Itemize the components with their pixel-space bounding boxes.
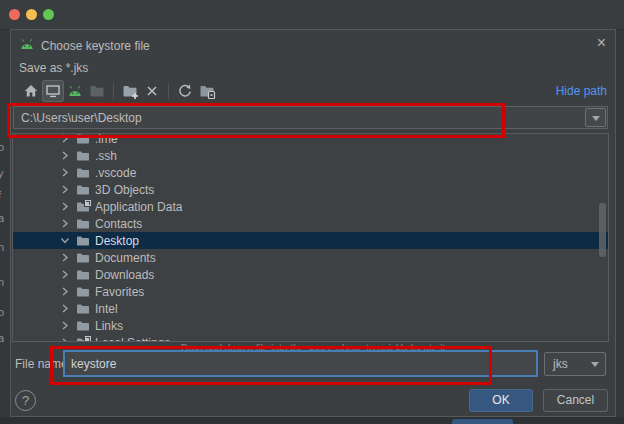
dialog-header: Choose keystore file × xyxy=(11,30,615,56)
behind-ok-button: OK xyxy=(452,419,513,424)
folder-icon xyxy=(76,252,90,264)
behind-text-fragment: n xyxy=(0,276,4,288)
chevron-collapsed-icon[interactable] xyxy=(60,253,70,263)
tree-item-label: .vscode xyxy=(95,166,136,180)
chevron-collapsed-icon[interactable] xyxy=(60,202,70,212)
chevron-collapsed-icon[interactable] xyxy=(60,168,70,178)
tree-item-label: Contacts xyxy=(95,217,142,231)
file-tree-rows: .ime.ssh.vscode3D ObjectsApplication Dat… xyxy=(13,133,608,342)
close-icon[interactable]: × xyxy=(597,35,606,51)
refresh-icon[interactable] xyxy=(174,80,196,102)
vertical-scrollbar-thumb[interactable] xyxy=(599,203,606,257)
cancel-button[interactable]: Cancel xyxy=(543,389,608,412)
tree-item-3d-objects[interactable]: 3D Objects xyxy=(13,181,608,198)
chevron-collapsed-icon[interactable] xyxy=(60,321,70,331)
desktop-icon[interactable] xyxy=(42,80,64,102)
minimize-traffic-light[interactable] xyxy=(26,9,37,20)
android-sdk-icon[interactable] xyxy=(64,80,86,102)
tree-item-documents[interactable]: Documents xyxy=(13,249,608,266)
tree-item--ime[interactable]: .ime xyxy=(13,133,608,147)
folder-icon xyxy=(76,269,90,281)
tree-item--ssh[interactable]: .ssh xyxy=(13,147,608,164)
folder-icon xyxy=(76,337,90,343)
android-logo-icon xyxy=(19,37,35,55)
choose-keystore-dialog: Choose keystore file × Save as *.jks xyxy=(10,29,616,417)
folder-icon xyxy=(76,286,90,298)
chevron-collapsed-icon[interactable] xyxy=(60,185,70,195)
tree-item-intel[interactable]: Intel xyxy=(13,300,608,317)
file-name-input[interactable] xyxy=(63,350,538,377)
chevron-expanded-icon[interactable] xyxy=(60,236,70,246)
tree-item-label: Links xyxy=(95,319,123,333)
hide-path-link[interactable]: Hide path xyxy=(556,84,607,98)
delete-icon[interactable] xyxy=(141,80,163,102)
tree-item-label: .ime xyxy=(95,133,118,146)
show-hidden-files-icon[interactable] xyxy=(196,80,218,102)
close-traffic-light[interactable] xyxy=(9,9,20,20)
tree-item-favorites[interactable]: Favorites xyxy=(13,283,608,300)
folder-icon xyxy=(76,133,90,145)
tree-item-application-data[interactable]: Application Data xyxy=(13,198,608,215)
folder-icon xyxy=(76,303,90,315)
tree-item-downloads[interactable]: Downloads xyxy=(13,266,608,283)
macos-titlebar xyxy=(0,0,624,30)
behind-cancel-button: Cancel xyxy=(543,419,593,424)
module-folder-icon xyxy=(86,80,108,102)
path-dropdown-button[interactable] xyxy=(585,108,606,127)
file-chooser-toolbar xyxy=(20,79,218,103)
tree-item-label: Application Data xyxy=(95,200,182,214)
path-value[interactable]: C:\Users\user\Desktop xyxy=(21,111,142,125)
zoom-traffic-light[interactable] xyxy=(43,9,54,20)
new-folder-icon[interactable] xyxy=(119,80,141,102)
tree-item-desktop[interactable]: Desktop xyxy=(13,232,608,249)
toolbar-separator xyxy=(168,83,169,99)
tree-item-label: .ssh xyxy=(95,149,117,163)
folder-icon xyxy=(76,201,90,213)
file-type-combobox[interactable]: jks xyxy=(544,352,606,376)
screenshot-root: { "window": { "traffic_lights": ["close"… xyxy=(0,0,624,424)
tree-item-label: Downloads xyxy=(95,268,154,282)
tree-item-links[interactable]: Links xyxy=(13,317,608,334)
chevron-down-icon xyxy=(592,116,600,121)
chevron-collapsed-icon[interactable] xyxy=(60,134,70,144)
chevron-collapsed-icon[interactable] xyxy=(60,287,70,297)
folder-icon xyxy=(76,218,90,230)
dialog-title: Choose keystore file xyxy=(41,39,150,53)
behind-text-fragment: y xyxy=(0,167,4,179)
tree-item-label: Documents xyxy=(95,251,156,265)
behind-window-left-edge: oyfannoa xyxy=(0,130,9,345)
tree-item-contacts[interactable]: Contacts xyxy=(13,215,608,232)
tree-item-label: Favorites xyxy=(95,285,144,299)
chevron-collapsed-icon[interactable] xyxy=(60,151,70,161)
file-type-value: jks xyxy=(553,357,568,371)
junction-badge-icon xyxy=(84,335,92,343)
chevron-collapsed-icon[interactable] xyxy=(60,304,70,314)
toolbar-separator xyxy=(113,83,114,99)
behind-text-fragment: n xyxy=(0,241,4,253)
chevron-collapsed-icon[interactable] xyxy=(60,219,70,229)
ok-button[interactable]: OK xyxy=(469,389,533,412)
home-icon[interactable] xyxy=(20,80,42,102)
file-tree[interactable]: .ime.ssh.vscode3D ObjectsApplication Dat… xyxy=(12,133,609,342)
folder-icon xyxy=(76,320,90,332)
behind-text-fragment: a xyxy=(0,332,4,344)
folder-icon xyxy=(76,235,90,247)
folder-icon xyxy=(76,167,90,179)
tree-item-label: 3D Objects xyxy=(95,183,154,197)
chevron-down-icon xyxy=(591,362,599,367)
tree-item--vscode[interactable]: .vscode xyxy=(13,164,608,181)
tree-item-label: Intel xyxy=(95,302,118,316)
behind-text-fragment: o xyxy=(0,141,4,153)
chevron-collapsed-icon[interactable] xyxy=(60,270,70,280)
behind-text-fragment: o xyxy=(0,306,4,318)
tree-item-label: Local Settings xyxy=(95,336,170,343)
path-combobox[interactable]: C:\Users\user\Desktop xyxy=(13,106,608,129)
behind-text-fragment: f xyxy=(0,189,1,201)
help-button[interactable]: ? xyxy=(15,390,36,411)
chevron-collapsed-icon[interactable] xyxy=(60,338,70,343)
behind-window-bottom-edge: OK Cancel xyxy=(0,417,624,424)
tree-item-label: Desktop xyxy=(95,234,139,248)
tree-item-local-settings[interactable]: Local Settings xyxy=(13,334,608,342)
file-name-label: File name xyxy=(15,357,68,371)
folder-icon xyxy=(76,150,90,162)
